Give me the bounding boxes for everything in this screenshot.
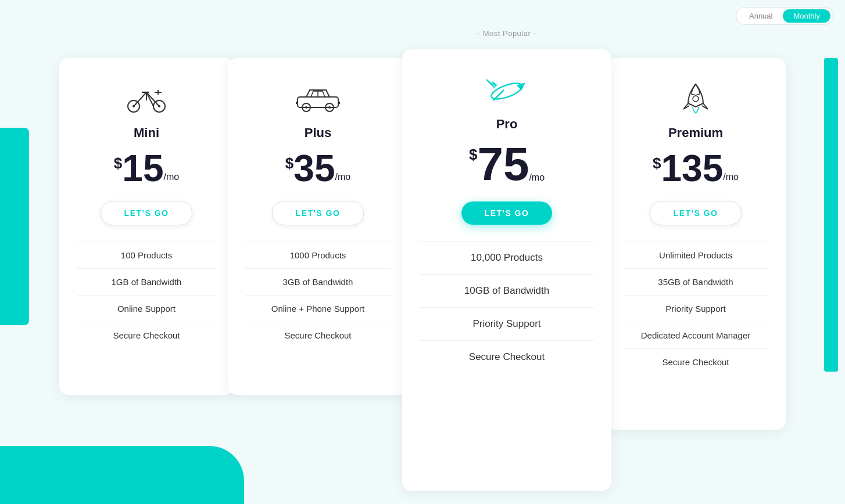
mini-feature-1: 100 Products [77, 242, 216, 268]
svg-rect-12 [298, 97, 338, 107]
pro-feature-4: Secure Checkout [420, 340, 594, 373]
mini-plan-name: Mini [134, 125, 159, 141]
svg-point-16 [305, 106, 307, 109]
plus-plan-price: $ 35 /mo [285, 150, 350, 187]
mini-plan-price: $ 15 /mo [114, 150, 179, 187]
premium-feature-4: Dedicated Account Manager [623, 322, 768, 348]
premium-feature-2: 35GB of Bandwidth [623, 268, 768, 295]
mini-icon [126, 81, 167, 116]
premium-icon [675, 81, 716, 116]
plans-container: Mini $ 15 /mo LET'S GO 100 Products 1GB … [0, 29, 845, 491]
premium-plan-name: Premium [668, 125, 723, 141]
premium-feature-3: Priority Support [623, 295, 768, 322]
plus-dollar: $ [285, 154, 293, 172]
premium-plan-price: $ 135 /mo [653, 150, 739, 187]
plan-mini: Mini $ 15 /mo LET'S GO 100 Products 1GB … [59, 58, 234, 395]
pro-icon [481, 73, 533, 107]
svg-line-5 [134, 92, 146, 106]
pro-features: 10,000 Products 10GB of Bandwidth Priori… [420, 241, 594, 373]
svg-point-17 [328, 106, 331, 109]
plus-feature-4: Secure Checkout [245, 322, 391, 348]
premium-feature-1: Unlimited Products [623, 242, 768, 268]
premium-feature-5: Secure Checkout [623, 348, 768, 375]
pro-per: /mo [529, 172, 545, 183]
pro-cta-button[interactable]: LET'S GO [461, 201, 553, 225]
mini-feature-3: Online Support [77, 295, 216, 322]
plan-premium: Premium $ 135 /mo LET'S GO Unlimited Pro… [606, 58, 786, 430]
plus-per: /mo [335, 172, 350, 182]
mini-feature-4: Secure Checkout [77, 322, 216, 348]
plus-feature-1: 1000 Products [245, 242, 391, 268]
most-popular-label: – Most Popular – [476, 29, 538, 38]
plus-features: 1000 Products 3GB of Bandwidth Online + … [245, 242, 391, 348]
plan-plus: Plus $ 35 /mo LET'S GO 1000 Products 3GB… [228, 58, 408, 395]
pro-amount: 75 [477, 141, 529, 188]
plus-icon [295, 81, 341, 116]
pro-dollar: $ [469, 146, 477, 164]
pro-feature-3: Priority Support [420, 307, 594, 340]
mini-feature-2: 1GB of Bandwidth [77, 268, 216, 295]
svg-point-21 [693, 96, 699, 102]
premium-features: Unlimited Products 35GB of Bandwidth Pri… [623, 242, 768, 375]
plus-cta-button[interactable]: LET'S GO [272, 201, 364, 225]
premium-amount: 135 [661, 150, 724, 187]
mini-cta-button[interactable]: LET'S GO [101, 201, 193, 225]
premium-dollar: $ [653, 154, 661, 172]
mini-amount: 15 [122, 150, 163, 187]
plus-amount: 35 [293, 150, 335, 187]
pro-feature-2: 10GB of Bandwidth [420, 274, 594, 307]
plus-plan-name: Plus [305, 125, 331, 141]
pro-wrapper: – Most Popular – Pro $ 7 [402, 29, 611, 491]
pro-plan-name: Pro [496, 117, 518, 132]
premium-per: /mo [723, 172, 739, 182]
plus-feature-3: Online + Phone Support [245, 295, 391, 322]
mini-per: /mo [163, 172, 179, 182]
plan-pro: Pro $ 75 /mo LET'S GO 10,000 Products 10… [402, 49, 611, 491]
pro-plan-price: $ 75 /mo [469, 141, 545, 188]
pro-feature-1: 10,000 Products [420, 241, 594, 274]
plus-feature-2: 3GB of Bandwidth [245, 268, 391, 295]
mini-dollar: $ [114, 154, 122, 172]
annual-toggle-btn[interactable]: Annual [739, 9, 783, 23]
monthly-toggle-btn[interactable]: Monthly [783, 9, 830, 23]
mini-features: 100 Products 1GB of Bandwidth Online Sup… [77, 242, 216, 348]
billing-toggle: Annual Monthly [736, 7, 833, 25]
premium-cta-button[interactable]: LET'S GO [650, 201, 742, 225]
